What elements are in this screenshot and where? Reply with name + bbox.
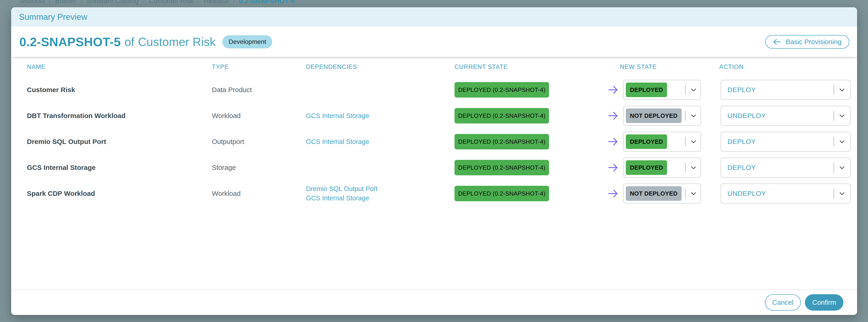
new-state-badge: NOT DEPLOYED [626,186,682,201]
current-state-badge: DEPLOYED (0.2-SNAPSHOT-4) [455,82,549,98]
row-current-state: DEPLOYED (0.2-SNAPSHOT-4) [455,186,606,201]
breadcrumb-item[interactable]: Software Catalog [86,0,139,5]
release-version: 0.2-SNAPSHOT-5 [19,35,121,49]
breadcrumb-item[interactable]: witboost [20,0,45,5]
breadcrumb-item[interactable]: Customer Risk [149,0,194,5]
chevron-down-icon [839,112,845,119]
action-select[interactable]: UNDEPLOY [721,183,850,204]
current-state-badge: DEPLOYED (0.2-SNAPSHOT-4) [455,160,549,175]
table-row: DBT Transformation WorkloadWorkloadGCS I… [11,103,857,129]
row-type: Data Product [212,86,306,94]
select-divider [834,111,834,121]
table-row: Dremio SQL Output PortOutputportGCS Inte… [11,129,857,155]
breadcrumb-item[interactable]: Builder [55,0,76,5]
action-select[interactable]: DEPLOY [721,157,850,178]
chevron-down-icon [690,112,697,119]
action-label: DEPLOY [727,164,756,172]
breadcrumb-separator: / [49,0,51,5]
arrow-right-icon [608,85,618,95]
table-body: Customer RiskData ProductDEPLOYED (0.2-S… [11,77,857,207]
dependency-link[interactable]: GCS Internal Storage [306,138,455,146]
row-name: Customer Risk [27,86,212,94]
modal-footer: Cancel Confirm [11,289,857,315]
arrow-left-icon [773,38,781,45]
basic-provisioning-button[interactable]: Basic Provisioning [765,35,849,49]
title-bar: 0.2-SNAPSHOT-5 of Customer Risk Developm… [11,27,857,57]
new-state-badge: NOT DEPLOYED [626,108,682,123]
select-divider [685,188,685,199]
row-transition [606,111,620,120]
new-state-select[interactable]: DEPLOYED [623,157,701,178]
column-header-dependencies: DEPENDENCIES [306,64,455,71]
row-transition [606,163,620,172]
action-select[interactable]: DEPLOY [721,80,850,100]
action-select[interactable]: UNDEPLOY [721,106,850,126]
chevron-down-icon [690,138,697,145]
cancel-button[interactable]: Cancel [765,294,801,311]
action-label: UNDEPLOY [727,112,766,119]
row-dependencies: GCS Internal Storage [306,112,455,119]
select-divider [685,137,685,147]
action-label: DEPLOY [727,138,756,146]
new-state-badge: DEPLOYED [626,160,667,175]
breadcrumb-separator: / [233,0,235,5]
chevron-down-icon [690,190,697,197]
breadcrumb-separator: / [81,0,82,5]
summary-table: NAME TYPE DEPENDENCIES CURRENT STATE NEW… [11,57,857,289]
select-divider [685,163,685,173]
row-name: Dremio SQL Output Port [27,138,212,146]
row-new-state: DEPLOYED [620,132,719,152]
row-current-state: DEPLOYED (0.2-SNAPSHOT-4) [455,82,606,98]
row-new-state: DEPLOYED [620,80,719,100]
table-header-row: NAME TYPE DEPENDENCIES CURRENT STATE NEW… [11,57,857,77]
dependency-link[interactable]: GCS Internal Storage [306,194,455,202]
new-state-select[interactable]: NOT DEPLOYED [623,183,701,204]
row-current-state: DEPLOYED (0.2-SNAPSHOT-4) [455,108,606,123]
dependency-link[interactable]: Dremio SQL Output Port [306,185,455,192]
row-name: Spark CDP Workload [27,190,212,198]
row-current-state: DEPLOYED (0.2-SNAPSHOT-4) [455,160,606,175]
arrow-right-icon [608,189,618,198]
arrow-right-icon [608,163,618,172]
confirm-button[interactable]: Confirm [805,294,843,311]
new-state-select[interactable]: NOT DEPLOYED [623,106,701,126]
title-connector: of [124,35,134,49]
row-new-state: DEPLOYED [620,157,719,178]
modal-title: Summary Preview [19,12,87,22]
row-action: UNDEPLOY [719,106,852,126]
new-state-badge: DEPLOYED [626,82,667,97]
breadcrumb-item[interactable]: Release [204,0,229,5]
chevron-down-icon [839,190,845,197]
column-header-type: TYPE [212,64,306,71]
new-state-badge: DEPLOYED [626,134,667,149]
dependency-link[interactable]: GCS Internal Storage [306,112,455,119]
row-new-state: NOT DEPLOYED [620,106,719,126]
row-type: Outputport [212,138,306,146]
row-type: Workload [212,190,306,198]
chevron-down-icon [839,164,845,171]
breadcrumb-separator: / [143,0,145,5]
row-type: Workload [212,112,306,119]
row-name: DBT Transformation Workload [27,112,212,119]
current-state-badge: DEPLOYED (0.2-SNAPSHOT-4) [455,186,549,201]
column-header-name: NAME [27,64,212,71]
column-header-new-state: NEW STATE [620,64,719,71]
summary-preview-modal: Summary Preview 0.2-SNAPSHOT-5 of Custom… [11,7,857,315]
select-divider [834,137,834,147]
row-dependencies: GCS Internal Storage [306,138,455,146]
release-title: 0.2-SNAPSHOT-5 of Customer Risk Developm… [19,35,272,49]
arrow-right-icon [608,111,618,120]
current-state-badge: DEPLOYED (0.2-SNAPSHOT-4) [455,134,549,149]
action-select[interactable]: DEPLOY [721,132,850,152]
breadcrumb-separator: / [198,0,199,5]
row-transition [606,85,620,95]
new-state-select[interactable]: DEPLOYED [623,132,701,152]
chevron-down-icon [690,86,697,93]
select-divider [834,85,834,95]
column-header-current-state: CURRENT STATE [455,64,606,71]
row-name: GCS Internal Storage [27,164,212,172]
new-state-select[interactable]: DEPLOYED [623,80,701,100]
select-divider [834,188,834,199]
chevron-down-icon [690,164,697,171]
row-dependencies: Dremio SQL Output PortGCS Internal Stora… [306,185,455,202]
